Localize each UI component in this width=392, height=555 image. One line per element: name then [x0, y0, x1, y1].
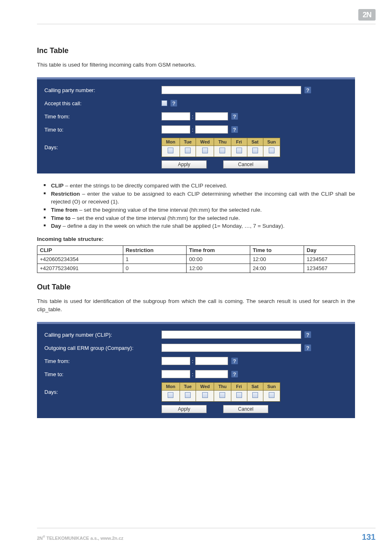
- col-restriction: Restriction: [123, 245, 187, 254]
- day-header: Thu: [214, 383, 231, 391]
- time-from-mm[interactable]: [195, 112, 228, 120]
- day-mon-checkbox[interactable]: [168, 148, 173, 153]
- col-time-from: Time from: [187, 245, 250, 254]
- day-header: Mon: [162, 138, 180, 146]
- time-to-mm[interactable]: [195, 370, 228, 378]
- day-header: Wed: [196, 383, 214, 391]
- calling-clip-input[interactable]: [161, 331, 301, 339]
- day-header: Sat: [247, 383, 263, 391]
- day-thu-checkbox[interactable]: [219, 148, 225, 153]
- apply-button[interactable]: Apply: [161, 405, 207, 413]
- time-colon: :: [192, 113, 194, 120]
- day-header: Tue: [180, 383, 196, 391]
- label-calling-party: Calling party number:: [44, 87, 161, 93]
- field-descriptions: CLIP – enter the strings to be directly …: [37, 182, 355, 230]
- day-wed-checkbox[interactable]: [202, 392, 208, 398]
- day-sun-checkbox[interactable]: [269, 392, 274, 398]
- help-icon[interactable]: ?: [231, 371, 238, 377]
- label-time-to: Time to:: [44, 371, 161, 377]
- time-to-mm[interactable]: [195, 125, 228, 134]
- time-to-hh[interactable]: [161, 370, 190, 378]
- footer-company: 2N® TELEKOMUNIKACE a.s., www.2n.cz: [37, 535, 123, 541]
- table-row: +420605234354 1 00:00 12:00 1234567: [37, 254, 355, 264]
- day-header: Sun: [263, 383, 280, 391]
- label-time-to: Time to:: [44, 127, 161, 133]
- time-colon: :: [192, 358, 194, 364]
- time-from-hh[interactable]: [161, 357, 190, 365]
- help-icon[interactable]: ?: [231, 358, 238, 364]
- day-fri-checkbox[interactable]: [236, 148, 242, 153]
- help-icon[interactable]: ?: [304, 345, 311, 351]
- incoming-structure-table: CLIP Restriction Time from Time to Day +…: [37, 245, 355, 273]
- list-item: Restriction – enter the value to be assi…: [51, 190, 355, 206]
- list-item: Day – define a day in the week on which …: [51, 222, 355, 230]
- day-tue-checkbox[interactable]: [185, 392, 191, 398]
- help-icon[interactable]: ?: [171, 100, 177, 106]
- page-number: 131: [362, 532, 376, 542]
- table-row: +420775234091 0 12:00 24:00 1234567: [37, 264, 355, 273]
- calling-party-input[interactable]: [161, 86, 301, 94]
- incoming-structure-heading: Incoming table structure:: [37, 236, 355, 242]
- time-colon: :: [192, 371, 194, 377]
- day-mon-checkbox[interactable]: [168, 392, 173, 398]
- day-wed-checkbox[interactable]: [202, 148, 208, 153]
- days-table: Mon Tue Wed Thu Fri Sat Sun: [161, 382, 280, 402]
- inc-form-panel: Calling party number: ? Accept this call…: [37, 77, 355, 173]
- day-sun-checkbox[interactable]: [269, 148, 274, 153]
- time-from-hh[interactable]: [161, 112, 190, 120]
- out-table-heading: Out Table: [37, 283, 355, 291]
- inc-table-desc: This table is used for filtering incomin…: [37, 61, 355, 69]
- label-calling-clip: Calling party number (CLIP):: [44, 332, 161, 338]
- day-header: Thu: [214, 138, 231, 146]
- list-item: CLIP – enter the strings to be directly …: [51, 182, 355, 190]
- time-to-hh[interactable]: [161, 125, 190, 134]
- cancel-button[interactable]: Cancel: [223, 405, 268, 413]
- help-icon[interactable]: ?: [304, 87, 311, 93]
- out-form-panel: Calling party number (CLIP): ? Outgoing …: [37, 322, 355, 418]
- col-day: Day: [304, 245, 355, 254]
- label-erm-group: Outgoing call ERM group (Company):: [44, 345, 161, 351]
- brand-logo: 2N: [358, 9, 376, 21]
- label-accept-call: Accept this call:: [44, 100, 161, 106]
- help-icon[interactable]: ?: [304, 331, 311, 338]
- out-table-desc: This table is used for identification of…: [37, 297, 355, 314]
- day-tue-checkbox[interactable]: [185, 148, 191, 153]
- inc-table-heading: Inc Table: [37, 46, 355, 55]
- list-item: Time to – set the end value of the time …: [51, 214, 355, 222]
- day-header: Sun: [263, 138, 280, 146]
- days-table: Mon Tue Wed Thu Fri Sat Sun: [161, 138, 280, 157]
- time-colon: :: [192, 127, 194, 133]
- day-header: Fri: [231, 383, 247, 391]
- help-icon[interactable]: ?: [231, 113, 238, 120]
- label-time-from: Time from:: [44, 358, 161, 364]
- cancel-button[interactable]: Cancel: [223, 160, 268, 169]
- apply-button[interactable]: Apply: [161, 160, 207, 169]
- day-thu-checkbox[interactable]: [219, 392, 225, 398]
- col-clip: CLIP: [37, 245, 123, 254]
- day-sat-checkbox[interactable]: [252, 392, 258, 398]
- label-days: Days:: [44, 144, 161, 150]
- erm-group-input[interactable]: [161, 344, 301, 352]
- col-time-to: Time to: [250, 245, 304, 254]
- day-header: Tue: [180, 138, 196, 146]
- day-header: Sat: [247, 138, 263, 146]
- accept-call-checkbox[interactable]: [161, 100, 167, 106]
- page-footer: 2N® TELEKOMUNIKACE a.s., www.2n.cz 131: [37, 528, 376, 542]
- day-sat-checkbox[interactable]: [252, 148, 258, 153]
- label-time-from: Time from:: [44, 113, 161, 120]
- day-header: Fri: [231, 138, 247, 146]
- header-rule: [37, 24, 376, 24]
- day-header: Wed: [196, 138, 214, 146]
- help-icon[interactable]: ?: [231, 126, 238, 133]
- day-header: Mon: [162, 383, 180, 391]
- label-days: Days:: [44, 389, 161, 395]
- day-fri-checkbox[interactable]: [236, 392, 242, 398]
- time-from-mm[interactable]: [195, 357, 228, 365]
- list-item: Time from – set the beginning value of t…: [51, 206, 355, 214]
- brand-logo-text: 2N: [362, 11, 371, 19]
